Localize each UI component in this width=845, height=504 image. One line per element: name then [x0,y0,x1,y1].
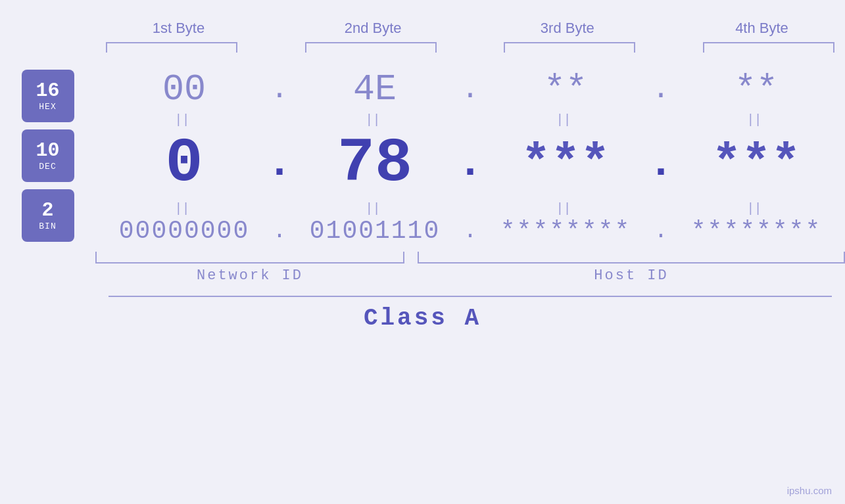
hex-dot-3: . [648,73,674,106]
byte-header-2: 2nd Byte [291,20,455,37]
hex-byte-1: 00 [102,69,266,110]
watermark: ipshu.com [787,485,832,496]
hex-dot-2: . [457,73,483,106]
dec-row: 0 . 78 . *** . *** [95,128,845,199]
bin-byte-4: ******** [674,217,838,245]
byte-header-4: 4th Byte [679,20,844,37]
bin-byte-3: ******** [483,217,648,245]
bin-dot-2: . [457,218,483,244]
dec-byte-1: 0 [102,128,266,199]
hex-row: 00 . 4E . ** . ** [95,69,845,110]
byte-header-3: 3rd Byte [485,20,650,37]
badges-column: 16 HEX 10 DEC 2 BIN [0,62,95,248]
top-bracket-1 [106,42,237,53]
id-labels-row: Network ID Host ID [95,267,845,284]
hex-byte-4: ** [674,69,838,110]
top-bracket-4 [703,42,834,53]
host-id-label: Host ID [418,267,845,284]
dec-byte-4: *** [674,136,838,192]
hex-byte-2: 4E [293,69,457,110]
data-rows: 00 . 4E . ** . ** || || || || 0 . [95,62,845,248]
dec-badge: 10 DEC [22,129,74,182]
bin-dot-3: . [648,218,674,244]
bin-byte-2: 01001110 [293,217,457,245]
network-bracket [95,252,404,263]
equals-row-1: || || || || [95,112,845,127]
dec-dot-1: . [266,139,293,188]
class-label: Class A [0,305,845,332]
dec-byte-3: *** [483,136,648,192]
top-bracket-3 [504,42,635,53]
hex-badge: 16 HEX [22,70,74,122]
network-id-label: Network ID [95,267,404,284]
bin-badge: 2 BIN [22,189,74,242]
hex-dot-1: . [266,73,293,106]
hex-byte-3: ** [483,69,648,110]
main-container: 1st Byte 2nd Byte 3rd Byte 4th Byte 16 H… [0,0,845,504]
dec-dot-2: . [457,139,483,188]
bin-dot-1: . [266,218,293,244]
dec-byte-2: 78 [293,128,457,199]
bin-byte-1: 00000000 [102,217,266,245]
class-line [109,296,832,297]
dec-dot-3: . [648,139,674,188]
equals-row-2: || || || || [95,200,845,216]
bottom-brackets-row [95,252,845,263]
top-bracket-2 [305,42,437,53]
host-bracket [418,252,845,263]
byte-header-1: 1st Byte [96,20,260,37]
bin-row: 00000000 . 01001110 . ******** . *******… [95,217,845,245]
